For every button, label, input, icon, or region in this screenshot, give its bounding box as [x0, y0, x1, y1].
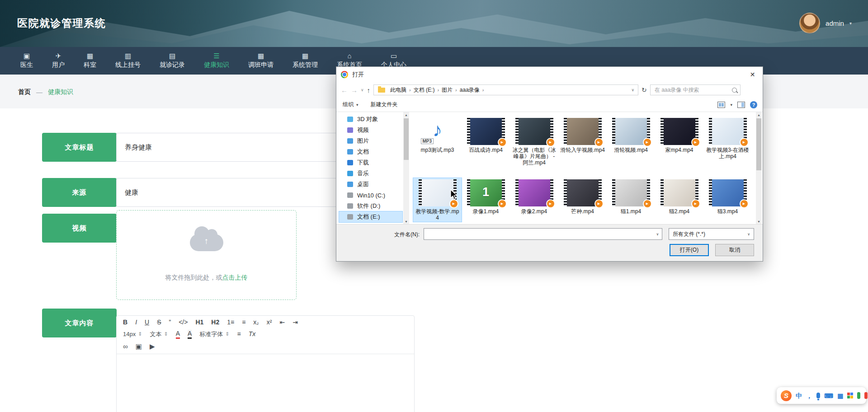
microphone-icon[interactable]	[816, 393, 820, 398]
file-item[interactable]: ▶ 滑轮入学视频.mp4	[558, 117, 607, 167]
sidebar-item-drive-e[interactable]: 文档 (E:)	[339, 211, 402, 222]
blockquote-button[interactable]: ”	[169, 318, 171, 326]
forward-icon[interactable]: →	[351, 87, 358, 94]
search-box[interactable]	[650, 84, 741, 95]
filename-input[interactable]	[424, 229, 653, 239]
ordered-list-button[interactable]: 1≡	[227, 318, 234, 326]
organize-menu[interactable]: 组织 ▾	[343, 101, 359, 108]
address-bar[interactable]: 此电脑 › 文档 (E:) › 图片 › aaa录像 › ∨	[373, 84, 638, 95]
file-item[interactable]: ▶ 家mp4.mp4	[655, 117, 703, 167]
file-item[interactable]: ▶ 猫2.mp4	[655, 178, 703, 222]
bold-button[interactable]: B	[123, 318, 127, 326]
nav-item-shift-application[interactable]: ▦ 调班申请	[239, 47, 283, 75]
sidebar-item-videos[interactable]: 视频	[339, 125, 402, 136]
view-mode-icon[interactable]	[717, 102, 725, 108]
clear-format-button[interactable]: Tx	[249, 330, 256, 338]
preview-pane-icon[interactable]	[737, 102, 745, 108]
sidebar-item-documents[interactable]: 文档	[339, 146, 402, 157]
video-icon[interactable]: ▶	[150, 342, 155, 351]
align-button[interactable]: ≡	[237, 330, 241, 338]
file-item-mp3[interactable]: ♪ MP3 mp3测试.mp3	[413, 117, 462, 167]
cancel-button[interactable]: 取消	[715, 244, 754, 256]
address-crumb-this-pc[interactable]: 此电脑	[387, 86, 409, 94]
caret-down-icon[interactable]: ▾	[730, 103, 732, 107]
font-color-button[interactable]: A	[176, 330, 180, 339]
address-crumb-drive-e[interactable]: 文档 (E:)	[411, 86, 438, 94]
subscript-button[interactable]: x₂	[253, 318, 259, 326]
address-crumb-aaa-recordings[interactable]: aaa录像	[457, 86, 482, 94]
file-item[interactable]: ▶ 猫1.mp4	[607, 178, 655, 222]
italic-button[interactable]: I	[135, 318, 137, 326]
history-caret-icon[interactable]: ∨	[361, 88, 364, 92]
new-folder-button[interactable]: 新建文件夹	[371, 101, 398, 108]
sidebar-item-3d-objects[interactable]: 3D 对象	[339, 114, 402, 125]
sidebar-scrollbar[interactable]: ▲ ▼	[403, 112, 409, 225]
superscript-button[interactable]: x²	[267, 318, 272, 326]
back-icon[interactable]: ←	[341, 87, 348, 94]
nav-item-system-management[interactable]: ▦ 系统管理	[283, 47, 327, 75]
nav-item-doctor[interactable]: ▣ 医生	[11, 47, 42, 75]
punctuation-icon[interactable]: ，	[806, 393, 812, 399]
breadcrumb-home[interactable]: 首页	[18, 88, 31, 96]
address-caret-icon[interactable]: ∨	[632, 88, 637, 92]
file-item[interactable]: ▶ 芒种.mp4	[558, 178, 607, 222]
search-input[interactable]	[654, 86, 730, 94]
code-view-button[interactable]: </>	[179, 318, 188, 326]
file-item[interactable]: ▶ 百战成诗.mp4	[462, 117, 510, 167]
file-list-scrollbar[interactable]: ▲ ▼	[756, 112, 762, 225]
address-crumb-pictures[interactable]: 图片	[439, 86, 455, 94]
open-button[interactable]: 打开(O)	[670, 244, 709, 256]
file-item-selected[interactable]: ▶ 教学视频-数学.mp4	[413, 178, 462, 222]
keyboard-icon[interactable]: ⌨	[824, 393, 833, 399]
refresh-icon[interactable]: ↻	[642, 86, 647, 94]
nav-item-online-registration[interactable]: ▥ 线上挂号	[106, 47, 150, 75]
file-item[interactable]: ▶ 教学视频3-在酒楼上.mp4	[703, 117, 752, 167]
sogou-logo-icon[interactable]: S	[781, 390, 792, 401]
file-item[interactable]: ▶ 冰之翼（电影《冰峰暴》片尾曲） - 阿兰.mp4	[510, 117, 558, 167]
scroll-up-icon[interactable]: ▲	[403, 112, 409, 118]
colorful-apps-icon[interactable]	[847, 393, 853, 398]
file-item[interactable]: 1 ▶ 录像1.mp4	[462, 178, 510, 222]
sidebar-item-drive-d[interactable]: 软件 (D:)	[339, 201, 402, 211]
sidebar-item-desktop[interactable]: 桌面	[339, 179, 402, 190]
sidebar-item-pictures[interactable]: 图片	[339, 136, 402, 146]
nav-item-user[interactable]: ✈ 用户	[42, 47, 74, 75]
toolbox-grid-icon[interactable]: ▦	[837, 393, 843, 399]
paragraph-dropdown[interactable]: 文本 ⇕	[150, 330, 168, 338]
heading2-button[interactable]: H2	[211, 318, 219, 326]
underline-button[interactable]: U	[145, 318, 149, 326]
nav-item-visit-records[interactable]: ▤ 就诊记录	[150, 47, 194, 75]
filetype-select[interactable]: 所有文件 (*.*) ∨	[669, 228, 754, 240]
outdent-button[interactable]: ⇤	[279, 318, 285, 326]
nav-item-health-knowledge[interactable]: ☰ 健康知识	[194, 47, 239, 75]
scrollbar-thumb[interactable]	[404, 118, 409, 160]
nav-item-department[interactable]: ▦ 科室	[74, 47, 106, 75]
chinese-mode-icon[interactable]: 中	[796, 393, 802, 399]
up-icon[interactable]: ↑	[367, 87, 371, 94]
font-family-dropdown[interactable]: 标准字体 ⇕	[199, 330, 229, 338]
scrollbar-thumb[interactable]	[756, 118, 761, 170]
notice-icon[interactable]	[864, 392, 868, 399]
heading1-button[interactable]: H1	[195, 318, 203, 326]
file-item[interactable]: ▶ 滑轮视频.mp4	[607, 117, 655, 167]
sidebar-item-music[interactable]: 音乐	[339, 168, 402, 179]
avatar[interactable]	[799, 13, 820, 33]
close-icon[interactable]: ✕	[742, 67, 763, 82]
sidebar-item-drive-c[interactable]: Win10 (C:)	[339, 190, 402, 201]
user-menu[interactable]: admin ▾	[799, 13, 852, 33]
help-icon[interactable]: ?	[750, 101, 757, 108]
image-icon[interactable]: ▣	[136, 342, 142, 351]
file-item[interactable]: ▶ 猫3.mp4	[703, 178, 752, 222]
strikethrough-button[interactable]: S	[157, 318, 161, 326]
video-upload-dropzone[interactable]: ↑ 将文件拖到此处，或点击上传	[116, 210, 297, 300]
filename-combobox[interactable]: ∨	[424, 228, 662, 240]
font-size-dropdown[interactable]: 14px ⇕	[123, 331, 142, 337]
sidebar-item-downloads[interactable]: 下载	[339, 157, 402, 168]
indent-button[interactable]: ⇥	[292, 318, 298, 326]
upload-click-link[interactable]: 点击上传	[222, 274, 248, 281]
scroll-up-icon[interactable]: ▲	[756, 112, 762, 118]
link-icon[interactable]: ∞	[123, 342, 128, 350]
file-item[interactable]: ▶ 录像2.mp4	[510, 178, 558, 222]
skin-icon[interactable]	[857, 392, 860, 399]
highlight-color-button[interactable]: A	[188, 330, 192, 339]
